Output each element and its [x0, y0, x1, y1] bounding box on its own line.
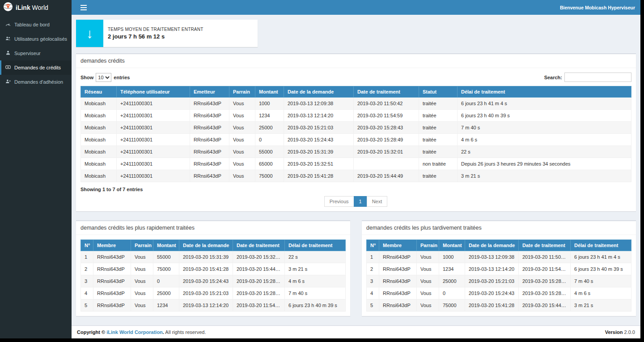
column-header[interactable]: Délai de traitement: [458, 86, 631, 98]
panel-body: Show 10 entries Search: RéseauTéléphone …: [76, 68, 636, 211]
table-row: Mobicash+24111000301RRnsi643dPVous650002…: [81, 158, 631, 170]
supervisor-icon: [5, 50, 11, 56]
table-cell: +24111000301: [117, 146, 190, 158]
table-cell: 3 m 21 s: [571, 299, 631, 312]
sidebar-item-tableau-de-bord[interactable]: Tableau de bord: [0, 17, 72, 32]
table-cell: 2019-03-13 12:14:20: [284, 110, 354, 122]
table-cell: 2019-03-20 15:44:49: [354, 170, 419, 182]
search-input[interactable]: [564, 73, 631, 82]
table-cell: RRnsi643dP: [93, 251, 131, 263]
footer: Copyright © iLink World Corporation. All…: [72, 325, 640, 338]
column-header: N°: [81, 240, 93, 251]
column-header[interactable]: Montant: [255, 86, 284, 98]
table-cell: Mobicash: [81, 170, 117, 182]
pagination-page-1-button[interactable]: 1: [354, 196, 367, 207]
table-cell: traitée: [419, 98, 458, 110]
sidebar-item-superviseur[interactable]: Superviseur: [0, 46, 72, 60]
table-cell: Vous: [131, 251, 153, 263]
sidebar-item-demandes-de-credits[interactable]: Demandes de crédits: [0, 60, 72, 75]
header-row: RéseauTéléphone utilisateurEmetteurParra…: [81, 86, 631, 98]
credits-icon: [5, 64, 11, 71]
membership-icon: [5, 79, 11, 85]
table-cell: 2019-03-13 12:09:38: [465, 251, 519, 263]
table-cell: 25000: [439, 275, 465, 287]
column-header: Date de traitement: [233, 240, 285, 251]
info-box-value: 2 jours 7 h 56 m 12 s: [108, 33, 203, 40]
table-cell: Vous: [131, 299, 153, 312]
sidebar-item-utilisateurs-geolocalises[interactable]: Utilisateurs géolocalisés: [0, 32, 72, 46]
table-cell: 1000: [255, 98, 284, 110]
table-cell: 0: [153, 275, 179, 287]
panel-demandes-credits: demandes crédits Show 10 entries Search:: [76, 53, 636, 211]
table-cell: 3: [81, 275, 93, 287]
table-row: 5RRnsi643dPVous750002019-03-20 15:41:282…: [367, 299, 631, 312]
page-length-select[interactable]: 10: [96, 73, 111, 82]
table-cell: 2019-03-20 15:28:43: [354, 122, 419, 134]
table-cell: 6 jours 23 h 41 m 4 s: [571, 251, 631, 263]
table-cell: RRnsi643dP: [190, 110, 229, 122]
table-row: Mobicash+24111000301RRnsi643dPVous250002…: [81, 122, 631, 134]
table-cell: Depuis 26 jours 3 heures 29 minutes 34 s…: [458, 158, 631, 170]
table-cell: traitée: [419, 170, 458, 182]
sidebar: Tableau de bord Utilisateurs géolocalisé…: [0, 15, 72, 338]
company-link[interactable]: iLink World Corporation: [106, 329, 163, 335]
table-cell: 2019-03-20 15:21:03: [284, 122, 354, 134]
table-cell: Vous: [229, 134, 255, 146]
navbar: Bienvenue Mobicash Hyperviseur: [72, 0, 640, 15]
app-logo[interactable]: iLink World: [0, 0, 72, 15]
column-header[interactable]: Parrain: [229, 86, 255, 98]
table-cell: 7 m 40 s: [571, 275, 631, 287]
table-cell: Vous: [417, 251, 439, 263]
table-cell: 22 s: [285, 251, 346, 263]
column-header[interactable]: Téléphone utilisateur: [117, 86, 190, 98]
table-row: Mobicash+24111000301RRnsi643dPVous550002…: [81, 146, 631, 158]
hamburger-menu-icon[interactable]: [77, 0, 90, 15]
app-window: iLink World Bienvenue Mobicash Hypervise…: [0, 0, 640, 338]
page-length-control: Show 10 entries: [80, 73, 130, 82]
table-cell: 2019-03-20 11:54:59: [519, 263, 571, 275]
column-header[interactable]: Statut: [419, 86, 458, 98]
table-cell: Vous: [229, 170, 255, 182]
table-cell: Mobicash: [81, 122, 117, 134]
table-cell: RRnsi643dP: [379, 299, 417, 312]
table-cell: 2019-03-20 15:31:39: [179, 251, 233, 263]
sidebar-item-demandes-adhesion[interactable]: Demandes d'adhésion: [0, 75, 72, 89]
column-header[interactable]: Réseau: [81, 86, 117, 98]
table-cell: 2019-03-20 15:24:43: [179, 275, 233, 287]
info-box-temps-moyen: ↓ TEMPS MOYEN DE TRAITEMENT ENTRANT 2 jo…: [76, 20, 258, 47]
panel-body: N°MembreParrainMontantDate de la demande…: [362, 235, 636, 316]
table-cell: 5: [81, 299, 93, 312]
pagination-previous-button[interactable]: Previous: [324, 196, 354, 207]
table-cell: 7 m 40 s: [458, 122, 631, 134]
table-row: 4RRnsi643dPVous02019-03-20 15:24:432019-…: [367, 287, 631, 299]
table-cell: 2019-03-20 15:28:49: [519, 287, 571, 299]
table-cell: 75000: [153, 263, 179, 275]
slowest-table: N°MembreParrainMontantDate de la demande…: [366, 239, 631, 312]
column-header[interactable]: Date de la demande: [284, 86, 354, 98]
pagination-next-button[interactable]: Next: [367, 196, 388, 207]
search-label: Search:: [544, 75, 562, 80]
main-table: RéseauTéléphone utilisateurEmetteurParra…: [80, 86, 631, 182]
table-cell: +24111000301: [117, 134, 190, 146]
table-cell: 7 m 40 s: [285, 287, 346, 299]
table-summary: Showing 1 to 7 of 7 entries: [80, 187, 631, 192]
table-cell: 2019-03-20 11:50:42: [519, 251, 571, 263]
column-header[interactable]: Emetteur: [190, 86, 229, 98]
table-cell: Mobicash: [81, 98, 117, 110]
table-cell: Mobicash: [81, 110, 117, 122]
table-cell: RRnsi643dP: [379, 263, 417, 275]
column-header: Date de la demande: [179, 240, 233, 251]
table-cell: 2019-03-20 11:50:42: [354, 98, 419, 110]
table-row: 5RRnsi643dPVous12342019-03-13 12:14:2020…: [81, 299, 346, 312]
table-cell: RRnsi643dP: [190, 146, 229, 158]
table-cell: 2019-03-13 12:14:20: [465, 263, 519, 275]
table-cell: Vous: [417, 287, 439, 299]
table-cell: 2: [367, 263, 379, 275]
table-cell: 1234: [153, 299, 179, 312]
column-header[interactable]: Date de traitement: [354, 86, 419, 98]
table-cell: 4 m 6 s: [285, 275, 346, 287]
table-row: 3RRnsi643dPVous250002019-03-20 15:21:032…: [367, 275, 631, 287]
table-cell: RRnsi643dP: [190, 122, 229, 134]
table-cell: 6 jours 23 h 41 m 4 s: [458, 98, 631, 110]
table-cell: 2019-03-20 15:44:49: [519, 299, 571, 312]
